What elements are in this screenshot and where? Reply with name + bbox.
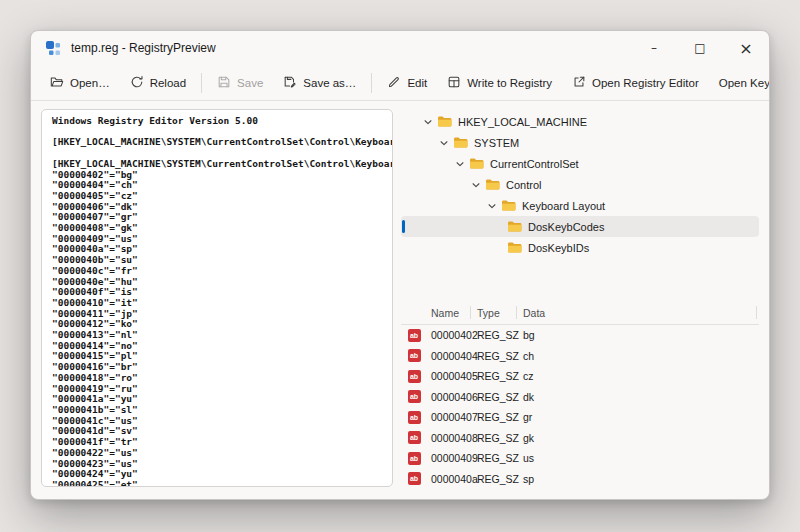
- open-external-icon: [572, 75, 586, 91]
- table-header: Name Type Data: [401, 301, 759, 325]
- window-title: temp.reg - RegistryPreview: [71, 41, 216, 55]
- tree-item-label: Control: [506, 179, 541, 191]
- reload-icon: [130, 75, 144, 91]
- chevron-down-icon[interactable]: [471, 180, 485, 190]
- chevron-down-icon[interactable]: [423, 117, 437, 127]
- cell-type: REG_SZ: [473, 329, 519, 341]
- save-as-button-label: Save as…: [303, 77, 356, 89]
- maximize-button[interactable]: □: [677, 31, 723, 65]
- column-header-type[interactable]: Type: [473, 301, 519, 324]
- table-row[interactable]: ab 00000406 REG_SZ dk: [401, 387, 759, 408]
- save-as-icon: [283, 75, 297, 91]
- right-panel: HKEY_LOCAL_MACHINE SYSTEM CurrentControl…: [401, 109, 759, 487]
- cell-name: 00000404: [427, 350, 473, 362]
- edit-button-label: Edit: [407, 77, 427, 89]
- chevron-down-icon[interactable]: [455, 159, 469, 169]
- tree-item-control[interactable]: Control: [401, 174, 759, 195]
- write-registry-icon: [447, 75, 461, 91]
- folder-open-icon: [50, 75, 64, 91]
- string-value-icon: ab: [408, 329, 421, 342]
- cell-name: 00000408: [427, 432, 473, 444]
- cell-data: cz: [519, 370, 759, 382]
- save-as-button[interactable]: Save as…: [274, 69, 365, 97]
- string-value-icon: ab: [408, 411, 421, 424]
- open-registry-editor-button-label: Open Registry Editor: [592, 77, 699, 89]
- table-row[interactable]: ab 00000404 REG_SZ ch: [401, 346, 759, 367]
- table-row[interactable]: ab 00000407 REG_SZ gr: [401, 407, 759, 428]
- cell-data: dk: [519, 391, 759, 403]
- toolbar: Open… Reload Save Save as… Edit: [31, 65, 769, 101]
- reg-file-text[interactable]: Windows Registry Editor Version 5.00 [HK…: [52, 116, 382, 487]
- tree-item-currentcontrolset[interactable]: CurrentControlSet: [401, 153, 759, 174]
- cell-name: 00000405: [427, 370, 473, 382]
- cell-type: REG_SZ: [473, 411, 519, 423]
- cell-data: bg: [519, 329, 759, 341]
- string-value-icon: ab: [408, 472, 421, 485]
- table-row[interactable]: ab 00000405 REG_SZ cz: [401, 366, 759, 387]
- folder-icon: [453, 136, 468, 149]
- open-key-button[interactable]: Open Key: [710, 71, 770, 95]
- cell-data: sp: [519, 473, 759, 485]
- string-value-icon: ab: [408, 349, 421, 362]
- column-header-data[interactable]: Data: [519, 301, 759, 324]
- table-row[interactable]: ab 00000409 REG_SZ us: [401, 448, 759, 469]
- minimize-button[interactable]: –: [631, 31, 677, 65]
- cell-type: REG_SZ: [473, 391, 519, 403]
- edit-button[interactable]: Edit: [378, 69, 436, 97]
- cell-type: REG_SZ: [473, 452, 519, 464]
- reg-file-editor[interactable]: Windows Registry Editor Version 5.00 [HK…: [41, 109, 393, 487]
- tree-item-keyboard-layout[interactable]: Keyboard Layout: [401, 195, 759, 216]
- cell-name: 00000409: [427, 452, 473, 464]
- tree-item-label: DosKeybCodes: [528, 221, 604, 233]
- folder-icon: [485, 178, 500, 191]
- tree-item-label: Keyboard Layout: [522, 200, 605, 212]
- string-value-icon: ab: [408, 390, 421, 403]
- tree-item-system[interactable]: SYSTEM: [401, 132, 759, 153]
- column-header-name[interactable]: Name: [427, 301, 473, 324]
- save-button[interactable]: Save: [208, 69, 272, 97]
- chevron-down-icon[interactable]: [487, 201, 501, 211]
- values-table: Name Type Data ab 00000402 REG_SZ bg ab …: [401, 301, 759, 487]
- chevron-down-icon[interactable]: [439, 138, 453, 148]
- folder-icon: [469, 157, 484, 170]
- tree-item-doskeybcodes[interactable]: DosKeybCodes: [401, 216, 759, 237]
- tree-item-hkey-local-machine[interactable]: HKEY_LOCAL_MACHINE: [401, 111, 759, 132]
- cell-name: 00000402: [427, 329, 473, 341]
- cell-data: ch: [519, 350, 759, 362]
- close-button[interactable]: ×: [723, 31, 769, 65]
- titlebar: temp.reg - RegistryPreview – □ ×: [31, 31, 769, 65]
- string-value-icon: ab: [408, 431, 421, 444]
- write-to-registry-button-label: Write to Registry: [467, 77, 552, 89]
- cell-name: 00000407: [427, 411, 473, 423]
- cell-type: REG_SZ: [473, 432, 519, 444]
- tree-item-label: CurrentControlSet: [490, 158, 579, 170]
- string-value-icon: ab: [408, 452, 421, 465]
- cell-data: gk: [519, 432, 759, 444]
- content-area: Windows Registry Editor Version 5.00 [HK…: [31, 101, 769, 499]
- string-value-icon: ab: [408, 370, 421, 383]
- cell-type: REG_SZ: [473, 473, 519, 485]
- tree-item-label: DosKeybIDs: [528, 242, 589, 254]
- write-to-registry-button[interactable]: Write to Registry: [438, 69, 561, 97]
- table-row[interactable]: ab 0000040a REG_SZ sp: [401, 469, 759, 488]
- cell-name: 0000040a: [427, 473, 473, 485]
- tree-item-label: HKEY_LOCAL_MACHINE: [458, 116, 587, 128]
- open-button-label: Open…: [70, 77, 110, 89]
- open-registry-editor-button[interactable]: Open Registry Editor: [563, 69, 708, 97]
- edit-icon: [387, 75, 401, 91]
- open-key-button-label: Open Key: [719, 77, 770, 89]
- cell-type: REG_SZ: [473, 370, 519, 382]
- toolbar-separator: [201, 73, 202, 93]
- registry-tree: HKEY_LOCAL_MACHINE SYSTEM CurrentControl…: [401, 109, 759, 293]
- cell-data: gr: [519, 411, 759, 423]
- caption-buttons: – □ ×: [631, 31, 769, 65]
- tree-item-doskeybids[interactable]: DosKeybIDs: [401, 237, 759, 258]
- table-row[interactable]: ab 00000408 REG_SZ gk: [401, 428, 759, 449]
- save-icon: [217, 75, 231, 91]
- save-button-label: Save: [237, 77, 263, 89]
- folder-icon: [507, 220, 522, 233]
- table-row[interactable]: ab 00000402 REG_SZ bg: [401, 325, 759, 346]
- reload-button[interactable]: Reload: [121, 69, 195, 97]
- cell-name: 00000406: [427, 391, 473, 403]
- open-button[interactable]: Open…: [41, 69, 119, 97]
